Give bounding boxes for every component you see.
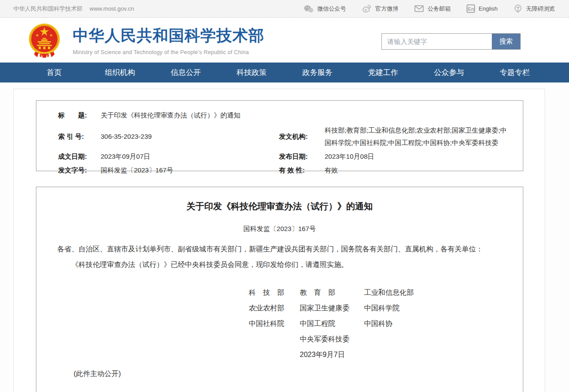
- signature-cell: 农业农村部: [249, 304, 300, 319]
- meta-index-value: 306-35-2023-239: [101, 130, 279, 143]
- signature-cell: 教 育 部: [300, 288, 364, 304]
- meta-validity-value: 有效: [325, 164, 514, 177]
- site-subtitle: Ministry of Science and Technology of th…: [73, 49, 264, 55]
- nav-item-sci-tech-policy[interactable]: 科技政策: [219, 63, 284, 82]
- signature-cell: 中国社科院: [249, 319, 300, 335]
- weibo-link-label: 官方微博: [375, 5, 398, 13]
- search-button[interactable]: 搜索: [492, 34, 520, 49]
- signature-cell: [249, 335, 300, 350]
- signature-block: 科 技 部 教 育 部 工业和信息化部 农业农村部 国家卫生健康委 中国科学院 …: [249, 288, 523, 366]
- accessibility-icon: [514, 4, 522, 13]
- meta-written-date-label: 成文日期:: [58, 153, 101, 161]
- site-title: 中华人民共和国科学技术部: [73, 25, 264, 46]
- site-search: 搜索: [381, 33, 521, 50]
- signature-cell: 中国科学院: [364, 304, 523, 319]
- primary-nav: 首页 组织机构 信息公开 科技政策 政务服务 党建工作 公众参与 专题专栏: [0, 63, 569, 82]
- meta-publish-date-label: 发布日期:: [279, 153, 325, 161]
- meta-issuer-label: 发文机构:: [279, 133, 325, 141]
- signature-cell: [364, 350, 523, 366]
- masthead: 中华人民共和国科学技术部 Ministry of Science and Tec…: [0, 18, 569, 63]
- wechat-link[interactable]: 微信公众号: [304, 5, 346, 13]
- signature-cell: 国家卫生健康委: [300, 304, 364, 319]
- top-utility-bar: 中华人民共和国科学技术部 www.most.gov.cn 微信公众号: [0, 0, 569, 18]
- document-footnote: (此件主动公开): [74, 369, 523, 379]
- meta-validity-label: 有 效 性:: [279, 166, 325, 175]
- wechat-icon: [304, 5, 314, 13]
- meta-index-label: 索 引 号:: [58, 133, 101, 141]
- nav-item-public-participation[interactable]: 公众参与: [416, 63, 482, 82]
- signature-cell: [364, 335, 523, 350]
- nav-item-organization[interactable]: 组织机构: [87, 63, 153, 82]
- document-number: 国科发监〔2023〕167号: [36, 225, 523, 233]
- signature-cell: 中国科协: [364, 319, 523, 335]
- english-icon: En: [467, 4, 475, 13]
- signature-cell: [249, 350, 300, 366]
- signature-cell: 工业和信息化部: [364, 288, 523, 304]
- weibo-icon: [362, 4, 372, 13]
- document-title: 关于印发《科技伦理审查办法（试行）》的通知: [36, 200, 523, 212]
- site-identity: 中华人民共和国科学技术部 www.most.gov.cn: [13, 5, 134, 13]
- nav-item-special-topics[interactable]: 专题专栏: [482, 63, 548, 82]
- site-name-text: 中华人民共和国科学技术部: [13, 5, 82, 13]
- mail-link-label: 公务邮箱: [428, 5, 451, 13]
- site-title-block: 中华人民共和国科学技术部 Ministry of Science and Tec…: [73, 25, 264, 55]
- meta-title-value: 关于印发《科技伦理审查办法（试行）》的通知: [101, 109, 514, 122]
- document-metadata-box: 标 题: 关于印发《科技伦理审查办法（试行）》的通知 索 引 号: 306-35…: [36, 100, 523, 171]
- document-body-box: 关于印发《科技伦理审查办法（试行）》的通知 国科发监〔2023〕167号 各省、…: [36, 187, 523, 392]
- weibo-link[interactable]: 官方微博: [362, 4, 398, 13]
- meta-doc-number-label: 发文字号:: [58, 166, 101, 175]
- nav-item-home[interactable]: 首页: [21, 63, 87, 82]
- meta-publish-date-value: 2023年10月08日: [325, 150, 514, 163]
- content-container: 标 题: 关于印发《科技伦理审查办法（试行）》的通知 索 引 号: 306-35…: [13, 89, 545, 392]
- national-emblem-logo: [28, 23, 61, 60]
- meta-issuer-value: 科技部;教育部;工业和信息化部;农业农村部;国家卫生健康委;中国科学院;中国社科…: [325, 124, 514, 149]
- english-link[interactable]: En English: [467, 4, 498, 13]
- document-paragraph: 《科技伦理审查办法（试行）》已经中央科技委员会同意，现印发给你们，请遵照实施。: [57, 259, 505, 270]
- site-url-text: www.most.gov.cn: [90, 5, 134, 12]
- nav-item-gov-services[interactable]: 政务服务: [285, 63, 350, 82]
- meta-doc-number-value: 国科发监〔2023〕167号: [101, 164, 279, 177]
- nav-item-party-building[interactable]: 党建工作: [350, 63, 416, 82]
- document-paragraph: 各省、自治区、直辖市及计划单列市、副省级城市有关部门，新疆生产建设兵团有关部门，…: [57, 244, 505, 255]
- english-link-label: English: [479, 5, 498, 12]
- signature-cell: 科 技 部: [249, 288, 300, 304]
- signature-date: 2023年9月7日: [300, 350, 364, 366]
- search-input[interactable]: [382, 34, 492, 49]
- mail-icon: [414, 5, 424, 12]
- accessibility-link-label: 无障碍浏览: [526, 5, 555, 13]
- meta-title-label: 标 题:: [58, 111, 101, 120]
- meta-written-date-value: 2023年09月07日: [101, 150, 279, 163]
- nav-item-info-disclosure[interactable]: 信息公开: [153, 63, 219, 82]
- wechat-link-label: 微信公众号: [317, 5, 346, 13]
- topbar-links: 微信公众号 官方微博 公务邮箱 En: [304, 4, 555, 13]
- accessibility-link[interactable]: 无障碍浏览: [514, 4, 555, 13]
- signature-cell: 中国工程院: [300, 319, 364, 335]
- signature-cell: 中央军委科技委: [300, 335, 364, 350]
- mail-link[interactable]: 公务邮箱: [414, 5, 451, 13]
